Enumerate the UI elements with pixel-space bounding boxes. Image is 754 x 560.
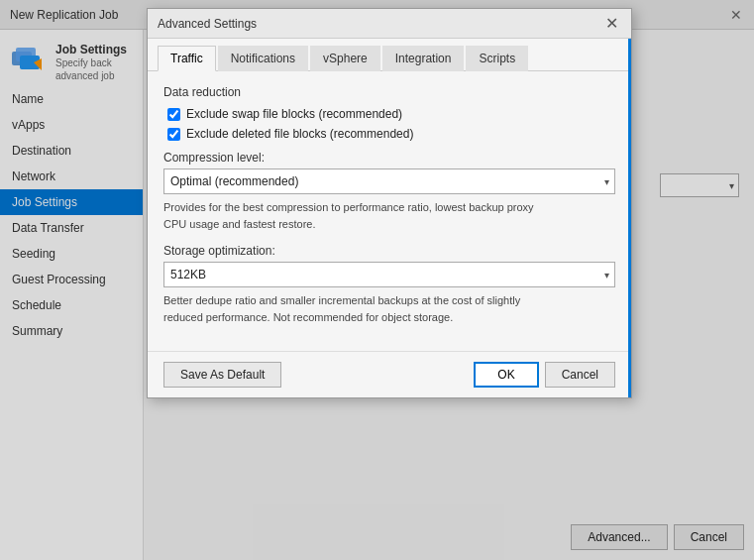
checkbox-row-deleted: Exclude deleted file blocks (recommended… xyxy=(163,127,615,141)
tab-traffic[interactable]: Traffic xyxy=(158,46,216,71)
storage-info: Better dedupe ratio and smaller incremen… xyxy=(163,292,615,325)
compression-label: Compression level: xyxy=(163,151,615,165)
exclude-swap-checkbox[interactable] xyxy=(167,108,180,121)
tab-integration[interactable]: Integration xyxy=(382,46,465,71)
storage-select[interactable]: 512KB Local target Local target (large b… xyxy=(163,262,615,287)
dialog-titlebar: Advanced Settings ✕ xyxy=(148,9,631,39)
tab-notifications[interactable]: Notifications xyxy=(218,46,308,71)
exclude-deleted-label: Exclude deleted file blocks (recommended… xyxy=(186,127,413,141)
tab-scripts[interactable]: Scripts xyxy=(466,46,528,71)
storage-select-wrapper: 512KB Local target Local target (large b… xyxy=(163,262,615,287)
compression-select-wrapper: Optimal (recommended) None Dedupe-friend… xyxy=(163,168,615,194)
exclude-deleted-checkbox[interactable] xyxy=(167,128,180,141)
advanced-settings-dialog: Advanced Settings ✕ Traffic Notification… xyxy=(147,8,632,398)
save-default-button[interactable]: Save As Default xyxy=(163,362,281,388)
blue-accent-bar xyxy=(628,39,631,397)
exclude-swap-label: Exclude swap file blocks (recommended) xyxy=(186,107,402,121)
dialog-close-button[interactable]: ✕ xyxy=(601,14,621,34)
tabs-bar: Traffic Notifications vSphere Integratio… xyxy=(148,39,631,71)
dialog-body: Data reduction Exclude swap file blocks … xyxy=(148,71,631,351)
footer-right-buttons: OK Cancel xyxy=(474,362,615,388)
dialog-footer: Save As Default OK Cancel xyxy=(148,351,631,397)
tab-vsphere[interactable]: vSphere xyxy=(310,46,380,71)
storage-label: Storage optimization: xyxy=(163,244,615,258)
cancel-button[interactable]: Cancel xyxy=(545,362,615,388)
dialog-title: Advanced Settings xyxy=(158,17,601,31)
checkbox-row-swap: Exclude swap file blocks (recommended) xyxy=(163,107,615,121)
compression-info: Provides for the best compression to per… xyxy=(163,199,615,232)
ok-button[interactable]: OK xyxy=(474,362,538,388)
compression-select[interactable]: Optimal (recommended) None Dedupe-friend… xyxy=(163,168,615,194)
data-reduction-title: Data reduction xyxy=(163,85,615,99)
